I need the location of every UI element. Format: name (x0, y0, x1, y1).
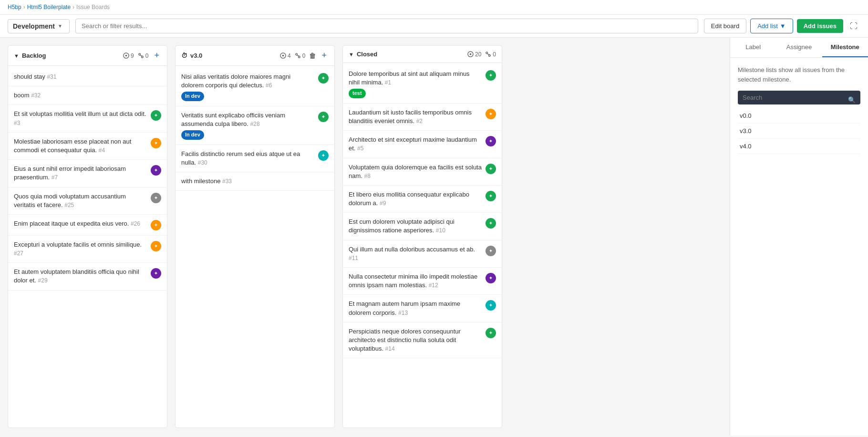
table-row[interactable]: Et libero eius mollitia consequatur expl… (343, 186, 502, 213)
avatar: ✦ (151, 165, 161, 176)
avatar: ✦ (486, 136, 496, 146)
table-row[interactable]: Et sit voluptas mollitia velit illum ut … (8, 105, 167, 132)
panel-tabs: Label Assignee Milestone (730, 38, 868, 58)
avatar: ✦ (486, 328, 496, 338)
table-row[interactable]: Facilis distinctio rerum sed eius atque … (176, 145, 334, 172)
mr-count-closed: 0 (485, 51, 496, 58)
column-v3: ⏱ v3.0 4 0 🗑 + (175, 45, 335, 428)
column-backlog: ▼ Backlog 9 0 + (8, 45, 167, 428)
milestone-list: v0.0 v3.0 v4.0 (738, 108, 860, 154)
table-row[interactable]: boom #32 (8, 86, 167, 105)
svg-point-1 (125, 55, 127, 57)
table-row[interactable]: Quos quia modi voluptatum accusantium ve… (8, 187, 167, 215)
table-row[interactable]: Est cum dolorem voluptate adipisci qui d… (343, 213, 502, 240)
table-row[interactable]: Architecto et sint excepturi maxime laud… (343, 131, 502, 158)
table-row[interactable]: Molestiae laboriosam esse placeat non au… (8, 133, 167, 160)
header-bar: Development ▼ Edit board Add list ▼ Add … (0, 15, 868, 38)
avatar: ✦ (151, 138, 161, 148)
column-closed: ▼ Closed 20 0 Dolore te (342, 45, 502, 428)
svg-point-12 (486, 52, 488, 54)
search-icon: 🔍 (848, 96, 856, 103)
issues-list-v3: Nisi alias veritatis dolore maiores magn… (176, 66, 334, 427)
table-row[interactable]: Veritatis sunt explicabo officiis veniam… (176, 106, 334, 145)
clock-icon: ⏱ (181, 52, 187, 59)
table-row[interactable]: Laudantium sit iusto facilis temporibus … (343, 104, 502, 131)
svg-point-7 (296, 53, 298, 55)
svg-point-8 (298, 56, 300, 58)
avatar: ✦ (486, 218, 496, 229)
table-row[interactable]: Et magnam autem harum ipsam maxime dolor… (343, 295, 502, 322)
svg-line-9 (297, 55, 300, 56)
tab-label[interactable]: Label (730, 38, 776, 57)
avatar: ✦ (486, 246, 496, 256)
avatar: ✦ (318, 73, 329, 83)
right-panel: Label Assignee Milestone Milestone lists… (730, 38, 868, 436)
avatar: ✦ (486, 300, 496, 311)
column-title-closed: Closed (357, 51, 377, 58)
board-select[interactable]: Development ▼ (8, 19, 70, 33)
label-badge: test (349, 89, 366, 98)
table-row[interactable]: Enim placeat itaque ut expedita eius ver… (8, 215, 167, 236)
list-item[interactable]: v3.0 (738, 124, 860, 139)
add-list-chevron-icon: ▼ (780, 22, 786, 30)
svg-point-2 (139, 53, 141, 55)
issues-list-closed: Dolore temporibus at sint aut aliquam mi… (343, 63, 502, 427)
table-row[interactable]: Qui illum aut nulla doloribus accusamus … (343, 240, 502, 268)
svg-point-11 (470, 53, 472, 55)
tab-assignee[interactable]: Assignee (776, 38, 822, 57)
avatar: ✦ (318, 150, 329, 161)
avatar: ✦ (486, 109, 496, 119)
avatar: ✦ (486, 273, 496, 283)
list-item[interactable]: v0.0 (738, 108, 860, 124)
milestone-search-wrapper: 🔍 (738, 91, 860, 108)
table-row[interactable]: Nisi alias veritatis dolore maiores magn… (176, 68, 334, 106)
table-row[interactable]: Perspiciatis neque dolores consequuntur … (343, 323, 502, 359)
table-row[interactable]: should stay #31 (8, 68, 167, 86)
mr-count-v3: 0 (295, 52, 306, 59)
svg-line-14 (487, 54, 490, 55)
column-add-button-backlog[interactable]: + (152, 51, 161, 61)
search-input[interactable] (75, 19, 698, 33)
add-list-button[interactable]: Add list ▼ (750, 19, 793, 33)
svg-point-3 (141, 56, 143, 58)
column-title-backlog: Backlog (22, 52, 46, 59)
avatar: ✦ (318, 112, 329, 122)
issues-list-backlog: should stay #31 boom #32 Et sit voluptas… (8, 66, 167, 427)
breadcrumb-html5bp[interactable]: Html5 Boilerplate (27, 4, 71, 10)
edit-board-button[interactable]: Edit board (704, 19, 746, 33)
svg-point-13 (489, 54, 491, 56)
boards-area: ▼ Backlog 9 0 + (0, 38, 730, 436)
table-row[interactable]: Nulla consectetur minima illo impedit mo… (343, 268, 502, 295)
table-row[interactable]: with milestone #33 (176, 172, 334, 191)
mr-count-backlog: 0 (138, 52, 149, 59)
svg-point-6 (282, 55, 284, 57)
panel-description: Milestone lists show all issues from the… (738, 65, 860, 84)
milestone-search-input[interactable] (738, 91, 860, 104)
list-item[interactable]: v4.0 (738, 139, 860, 154)
add-issues-button[interactable]: Add issues (797, 19, 843, 33)
board-name: Development (13, 22, 55, 30)
breadcrumb-current: Issue Boards (76, 4, 110, 10)
table-row[interactable]: Eius a sunt nihil error impedit laborios… (8, 160, 167, 187)
avatar: ✦ (151, 241, 161, 251)
column-header-closed: ▼ Closed 20 0 (343, 46, 502, 63)
table-row[interactable]: Voluptatem quia doloremque ea facilis es… (343, 158, 502, 186)
board-select-chevron-icon: ▼ (58, 23, 62, 29)
svg-line-4 (140, 55, 143, 56)
avatar: ✦ (151, 193, 161, 203)
header-actions: Edit board Add list ▼ Add issues ⛶ (704, 19, 860, 33)
main-layout: ▼ Backlog 9 0 + (0, 38, 868, 436)
table-row[interactable]: Excepturi a voluptate facilis et omnis s… (8, 236, 167, 263)
issue-count-v3: 4 (280, 52, 291, 59)
avatar: ✦ (486, 164, 496, 174)
tab-milestone[interactable]: Milestone (822, 38, 868, 57)
mr-icon (138, 52, 144, 59)
table-row[interactable]: Dolore temporibus at sint aut aliquam mi… (343, 65, 502, 104)
column-delete-button-v3[interactable]: 🗑 (309, 52, 316, 60)
table-row[interactable]: Et autem voluptatem blanditiis officia q… (8, 263, 167, 290)
breadcrumb-h5bp[interactable]: H5bp (8, 4, 21, 10)
column-add-button-v3[interactable]: + (320, 51, 329, 61)
fullscreen-button[interactable]: ⛶ (847, 19, 860, 33)
issue-count-closed: 20 (467, 51, 481, 58)
chevron-down-icon: ▼ (14, 53, 19, 59)
